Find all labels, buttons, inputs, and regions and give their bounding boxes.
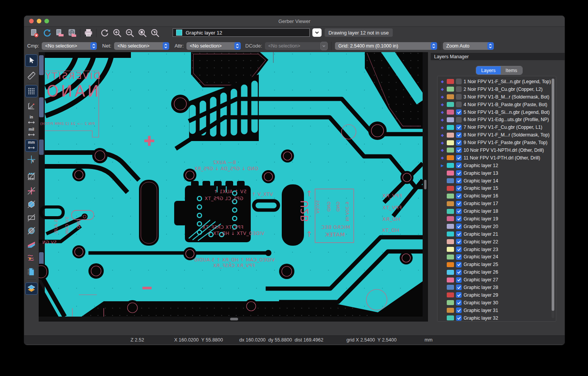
layer-visibility-checkbox[interactable] <box>456 254 462 260</box>
layer-row[interactable]: Graphic layer 15 <box>438 184 556 192</box>
sketch-footprints-icon[interactable] <box>26 171 37 182</box>
layer-visibility-checkbox[interactable] <box>456 147 462 153</box>
measure-ruler-icon[interactable] <box>26 70 37 81</box>
layer-color-swatch[interactable] <box>447 262 454 267</box>
layer-row[interactable]: Graphic layer 13 <box>438 169 556 177</box>
layer-visibility-checkbox[interactable] <box>456 186 462 191</box>
layer-color-swatch[interactable] <box>447 292 454 297</box>
layer-visibility-checkbox[interactable] <box>456 79 462 84</box>
layer-color-swatch[interactable] <box>447 155 454 160</box>
horizontal-scroll-thumb[interactable] <box>230 318 238 320</box>
layer-row[interactable]: Graphic layer 29 <box>438 291 556 299</box>
layer-list-scroll-thumb[interactable] <box>552 79 554 311</box>
layer-row[interactable]: ◆8 Noir FPV V1-F_M...r (Soldermask, Top) <box>438 131 556 139</box>
layer-row[interactable]: Graphic layer 14 <box>438 177 556 185</box>
layer-visibility-checkbox[interactable] <box>456 170 462 176</box>
layer-visibility-checkbox[interactable] <box>456 239 462 245</box>
units-inches-icon[interactable]: in <box>26 115 37 126</box>
layer-row[interactable]: Graphic layer 20 <box>438 223 556 230</box>
zoom-in-icon[interactable] <box>111 28 123 38</box>
active-layer-select[interactable]: Graphic layer 12 <box>173 28 310 37</box>
layer-visibility-checkbox[interactable] <box>456 284 462 290</box>
zoom-fit-icon[interactable] <box>136 28 149 38</box>
show-negative-objects-icon[interactable] <box>26 238 37 250</box>
layer-visibility-checkbox[interactable] <box>456 140 462 146</box>
canvas-vertical-scrollbar[interactable] <box>423 52 428 317</box>
layer-color-swatch[interactable] <box>447 79 454 84</box>
layer-visibility-checkbox[interactable] <box>456 300 462 305</box>
layer-visibility-checkbox[interactable] <box>456 231 462 237</box>
layer-row[interactable]: Graphic layer 24 <box>438 253 556 261</box>
layer-visibility-checkbox[interactable] <box>456 307 462 313</box>
layer-row[interactable]: ◆5 Noir FPV V1-B_Si...n.gbr (Legend, Bot… <box>438 108 556 116</box>
units-mm-icon[interactable]: mm <box>25 140 38 152</box>
layer-row[interactable]: ◆2 Noir FPV V1-B_Cu.gbr (Copper, L2) <box>438 85 556 93</box>
redraw-icon[interactable] <box>98 28 111 38</box>
layer-color-swatch[interactable] <box>447 270 454 275</box>
layer-visibility-checkbox[interactable] <box>456 125 462 130</box>
select-cursor-icon[interactable] <box>25 54 38 67</box>
layer-visibility-checkbox[interactable] <box>456 155 462 161</box>
open-gerber-files-icon[interactable] <box>53 28 66 38</box>
layer-color-swatch[interactable] <box>447 194 454 199</box>
layer-visibility-checkbox[interactable] <box>456 269 462 275</box>
layer-row[interactable]: ◆10 Noir FPV V1-NPTH.drl (Other, Drill) <box>438 146 556 154</box>
layer-row[interactable]: ◆3 Noir FPV V1-B_M...r (Soldermask, Bot) <box>438 93 556 101</box>
layer-color-swatch[interactable] <box>447 201 454 206</box>
layer-visibility-checkbox[interactable] <box>456 262 462 268</box>
layer-color-swatch[interactable] <box>447 171 454 176</box>
reload-all-layers-icon[interactable] <box>41 28 53 38</box>
layer-color-swatch[interactable] <box>447 247 454 252</box>
layer-row[interactable]: Graphic layer 21 <box>438 230 556 238</box>
open-drill-files-icon[interactable] <box>66 28 78 38</box>
cmp-select[interactable]: <No selection> <box>42 42 97 50</box>
layer-visibility-checkbox[interactable] <box>456 209 462 214</box>
layer-color-swatch[interactable] <box>447 87 454 92</box>
layer-row[interactable]: Graphic layer 23 <box>438 246 556 253</box>
layer-visibility-checkbox[interactable] <box>456 277 462 283</box>
layer-visibility-checkbox[interactable] <box>456 163 462 168</box>
layer-color-swatch[interactable] <box>447 209 454 214</box>
show-dcodes-icon[interactable]: 0 <box>26 225 37 236</box>
sketch-polygons-icon[interactable] <box>26 199 37 210</box>
vertical-scroll-thumb[interactable] <box>424 180 426 189</box>
layer-color-swatch[interactable] <box>447 285 454 290</box>
units-mils-icon[interactable]: mil <box>26 127 37 138</box>
attr-stepper[interactable] <box>234 42 241 50</box>
layer-visibility-checkbox[interactable] <box>456 109 462 115</box>
full-crosshair-cursor-icon[interactable] <box>26 154 37 165</box>
layer-color-swatch[interactable] <box>447 224 454 229</box>
layer-visibility-checkbox[interactable] <box>456 223 462 229</box>
layer-visibility-checkbox[interactable] <box>456 117 462 123</box>
layer-row[interactable]: ◆6 Noir FPV V1-Edg...uts.gbr (Profile, N… <box>438 116 556 123</box>
zoom-to-selection-icon[interactable] <box>149 28 161 38</box>
layer-color-swatch[interactable] <box>447 110 454 115</box>
layer-visibility-checkbox[interactable] <box>456 201 462 207</box>
layer-row[interactable]: Graphic layer 28 <box>438 284 556 291</box>
layer-row[interactable]: Graphic layer 19 <box>438 215 556 223</box>
layer-row[interactable]: ▶Graphic layer 12 <box>438 162 556 169</box>
layer-row[interactable]: ◆1 Noir FPV V1-F_Sil...n.gbr (Legend, To… <box>438 78 556 85</box>
layer-row[interactable]: Graphic layer 32 <box>438 314 556 322</box>
zoom-out-icon[interactable] <box>123 28 136 38</box>
layer-row[interactable]: Graphic layer 17 <box>438 200 556 207</box>
print-icon[interactable] <box>82 28 95 38</box>
zoom-select[interactable]: Zoom Auto <box>443 42 494 50</box>
show-tracks-sketch-icon[interactable] <box>26 252 37 263</box>
layer-visibility-checkbox[interactable] <box>456 315 462 321</box>
layer-color-swatch[interactable] <box>447 133 454 138</box>
layer-color-swatch[interactable] <box>447 148 454 153</box>
cmp-stepper[interactable] <box>90 42 97 50</box>
layer-row[interactable]: Graphic layer 26 <box>438 268 556 276</box>
tab-layers[interactable]: Layers <box>476 66 501 74</box>
clear-all-layers-icon[interactable] <box>28 28 41 38</box>
zoom-window-button[interactable] <box>44 19 49 23</box>
layer-list-scrollbar[interactable] <box>552 79 554 318</box>
layer-color-swatch[interactable] <box>447 254 454 259</box>
minimize-window-button[interactable] <box>37 19 41 23</box>
layer-color-swatch[interactable] <box>447 125 454 130</box>
zoom-stepper[interactable] <box>487 42 494 50</box>
net-select[interactable]: <No selection> <box>114 42 169 50</box>
layer-visibility-checkbox[interactable] <box>456 86 462 92</box>
layer-row[interactable]: Graphic layer 25 <box>438 261 556 268</box>
